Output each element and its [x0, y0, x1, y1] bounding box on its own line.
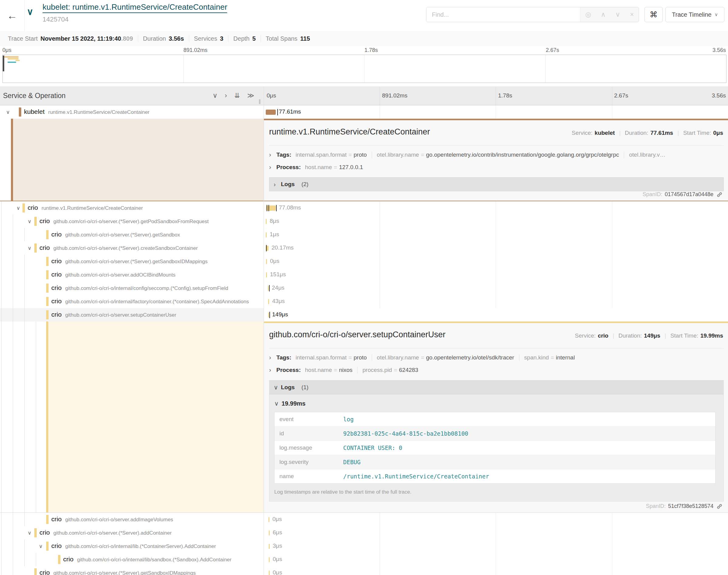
- span-row[interactable]: ∨criogithub.com/cri-o/cri-o/internal/lib…: [0, 539, 728, 553]
- span-row[interactable]: criogithub.com/cri-o/cri-o/server.(*Serv…: [0, 228, 728, 241]
- keyboard-shortcuts-button[interactable]: ⌘: [644, 7, 663, 22]
- span-name-cell[interactable]: criogithub.com/cri-o/cri-o/internal/conf…: [0, 281, 264, 295]
- find-input[interactable]: [426, 7, 580, 22]
- span-duration-cell[interactable]: 1μs: [264, 228, 728, 241]
- deep-link-icon[interactable]: [717, 503, 723, 509]
- tree-collapse-icon[interactable]: ∨: [39, 543, 42, 549]
- operation-name: github.com/cri-o/cri-o/internal/lib/sand…: [77, 557, 231, 563]
- span-name-cell[interactable]: criogithub.com/cri-o/cri-o/server.addIma…: [0, 513, 264, 526]
- tags-row[interactable]: ›Tags:internal.span.format=protootel.lib…: [269, 151, 724, 158]
- expand-one-icon[interactable]: ›: [225, 92, 227, 100]
- process-row[interactable]: ›Process:host.name=127.0.0.1: [269, 164, 724, 171]
- next-result-icon[interactable]: ∨: [615, 11, 620, 19]
- grid-line: [612, 87, 612, 105]
- tree-collapse-icon[interactable]: ∨: [6, 109, 10, 115]
- back-button[interactable]: ←: [0, 0, 25, 31]
- logs-toggle[interactable]: ›Logs(2): [269, 177, 724, 191]
- span-duration-cell[interactable]: 151μs: [264, 268, 728, 281]
- logs-toggle[interactable]: ∨Logs(1): [269, 380, 723, 394]
- meta-separator: |: [677, 130, 679, 136]
- span-duration-cell[interactable]: 0μs: [264, 566, 728, 575]
- span-duration-label: 149μs: [272, 311, 288, 318]
- span-row[interactable]: ∨criogithub.com/cri-o/cri-o/server.(*Ser…: [0, 215, 728, 228]
- deep-link-icon[interactable]: [717, 192, 723, 198]
- span-row[interactable]: criogithub.com/cri-o/cri-o/server.setupC…: [0, 308, 728, 322]
- span-name-cell[interactable]: criogithub.com/cri-o/cri-o/server.setupC…: [0, 308, 264, 322]
- collapse-one-icon[interactable]: ∨: [212, 92, 218, 100]
- span-name-cell[interactable]: ∨kubeletruntime.v1.RuntimeService/Create…: [0, 105, 264, 119]
- tree-collapse-icon[interactable]: ∨: [28, 530, 31, 536]
- span-row[interactable]: criogithub.com/cri-o/cri-o/server.addOCI…: [0, 268, 728, 281]
- span-row[interactable]: criogithub.com/cri-o/cri-o/server.(*Serv…: [0, 566, 728, 575]
- trace-title-link[interactable]: kubelet: runtime.v1.RuntimeService/Creat…: [42, 2, 227, 13]
- trace-view-dropdown[interactable]: Trace Timeline ∨: [665, 7, 724, 22]
- span-name-cell[interactable]: criogithub.com/cri-o/cri-o/server.addOCI…: [0, 268, 264, 281]
- column-resizer-handle[interactable]: ∥: [259, 98, 262, 104]
- span-name-cell[interactable]: ∨criogithub.com/cri-o/cri-o/internal/lib…: [0, 539, 264, 553]
- tags-item: internal.span.format=proto: [296, 151, 371, 158]
- span-row[interactable]: criogithub.com/cri-o/cri-o/server.addIma…: [0, 513, 728, 526]
- span-name-cell[interactable]: criogithub.com/cri-o/cri-o/internal/fact…: [0, 295, 264, 308]
- tree-collapse-icon[interactable]: ∨: [28, 218, 31, 225]
- span-row[interactable]: ∨crioruntime.v1.RuntimeService/CreateCon…: [0, 201, 728, 215]
- span-row[interactable]: ∨kubeletruntime.v1.RuntimeService/Create…: [0, 105, 728, 119]
- span-row[interactable]: criogithub.com/cri-o/cri-o/server.(*Serv…: [0, 255, 728, 268]
- trace-header-collapse-icon[interactable]: ∨: [27, 7, 33, 16]
- process-row[interactable]: ›Process:host.name=nixosprocess.pid=6242…: [269, 366, 724, 373]
- clear-search-icon[interactable]: ×: [630, 11, 634, 19]
- span-row[interactable]: ∨criogithub.com/cri-o/cri-o/server.(*Ser…: [0, 241, 728, 255]
- collapse-all-icon[interactable]: ⇊: [234, 92, 240, 100]
- operation-name: github.com/cri-o/cri-o/server.(*Server).…: [65, 232, 180, 238]
- span-name-cell[interactable]: ∨crioruntime.v1.RuntimeService/CreateCon…: [0, 201, 264, 215]
- chevron-right-icon: ›: [269, 164, 273, 171]
- span-duration-cell[interactable]: 77.08ms: [264, 201, 728, 215]
- span-detail-content: github.com/cri-o/cri-o/server.setupConta…: [264, 322, 728, 512]
- span-detail-top-border: [264, 322, 728, 323]
- span-row[interactable]: criogithub.com/cri-o/cri-o/internal/conf…: [0, 281, 728, 295]
- span-duration-cell[interactable]: 0μs: [264, 553, 728, 566]
- span-name-cell[interactable]: criogithub.com/cri-o/cri-o/server.(*Serv…: [0, 228, 264, 241]
- tree-collapse-icon[interactable]: ∨: [16, 205, 20, 211]
- locate-icon[interactable]: ◎: [585, 11, 591, 19]
- minimap-drag-handle[interactable]: [3, 56, 4, 71]
- span-name-cell[interactable]: criogithub.com/cri-o/cri-o/server.(*Serv…: [0, 255, 264, 268]
- trace-minimap[interactable]: [2, 55, 726, 83]
- span-name-cell[interactable]: criogithub.com/cri-o/cri-o/internal/lib/…: [0, 553, 264, 566]
- tree-collapse-icon[interactable]: ∨: [28, 245, 31, 251]
- span-duration-cell[interactable]: 77.61ms: [264, 105, 728, 119]
- service-color-stripe: [46, 283, 48, 293]
- column-divider[interactable]: [264, 87, 264, 575]
- span-duration-cell[interactable]: 8μs: [264, 215, 728, 228]
- service-name: kubeletruntime.v1.RuntimeService/CreateC…: [24, 108, 150, 115]
- span-duration-cell[interactable]: 20.17ms: [264, 241, 728, 255]
- title-block: kubelet: runtime.v1.RuntimeService/Creat…: [42, 2, 227, 23]
- logs-count: (1): [301, 384, 308, 391]
- span-row[interactable]: criogithub.com/cri-o/cri-o/internal/lib/…: [0, 553, 728, 566]
- span-duration-cell[interactable]: 3μs: [264, 539, 728, 553]
- tree-guide-line: [24, 228, 25, 241]
- operation-name: github.com/cri-o/cri-o/server.addImageVo…: [65, 517, 173, 522]
- prev-result-icon[interactable]: ∧: [601, 11, 606, 19]
- log-entry-toggle[interactable]: ∨19.99ms: [274, 400, 716, 407]
- process-items: host.name=127.0.0.1: [305, 164, 368, 171]
- summary-label: Duration: [143, 35, 166, 42]
- expand-all-icon[interactable]: ≫: [247, 92, 254, 100]
- tree-guide-line: [1, 268, 2, 281]
- trace-id: 1425704: [42, 15, 227, 23]
- span-name-cell[interactable]: ∨criogithub.com/cri-o/cri-o/server.(*Ser…: [0, 215, 264, 228]
- span-duration-cell[interactable]: 24μs: [264, 281, 728, 295]
- span-row[interactable]: criogithub.com/cri-o/cri-o/internal/fact…: [0, 295, 728, 308]
- span-name-cell[interactable]: ∨criogithub.com/cri-o/cri-o/server.(*Ser…: [0, 241, 264, 255]
- tags-row[interactable]: ›Tags:internal.span.format=protootel.lib…: [269, 354, 724, 361]
- span-duration-cell[interactable]: 43μs: [264, 295, 728, 308]
- span-duration-bar: [269, 570, 270, 575]
- span-duration-cell[interactable]: 149μs: [264, 308, 728, 322]
- span-duration-cell[interactable]: 0μs: [264, 255, 728, 268]
- span-row[interactable]: ∨criogithub.com/cri-o/cri-o/server.(*Ser…: [0, 526, 728, 539]
- span-name-cell[interactable]: criogithub.com/cri-o/cri-o/server.(*Serv…: [0, 566, 264, 575]
- tree-guide-line: [1, 281, 2, 295]
- span-duration-cell[interactable]: 0μs: [264, 513, 728, 526]
- span-duration-cell[interactable]: 6μs: [264, 526, 728, 539]
- minimap-tick-label: 3.56s: [713, 47, 726, 54]
- span-name-cell[interactable]: ∨criogithub.com/cri-o/cri-o/server.(*Ser…: [0, 526, 264, 539]
